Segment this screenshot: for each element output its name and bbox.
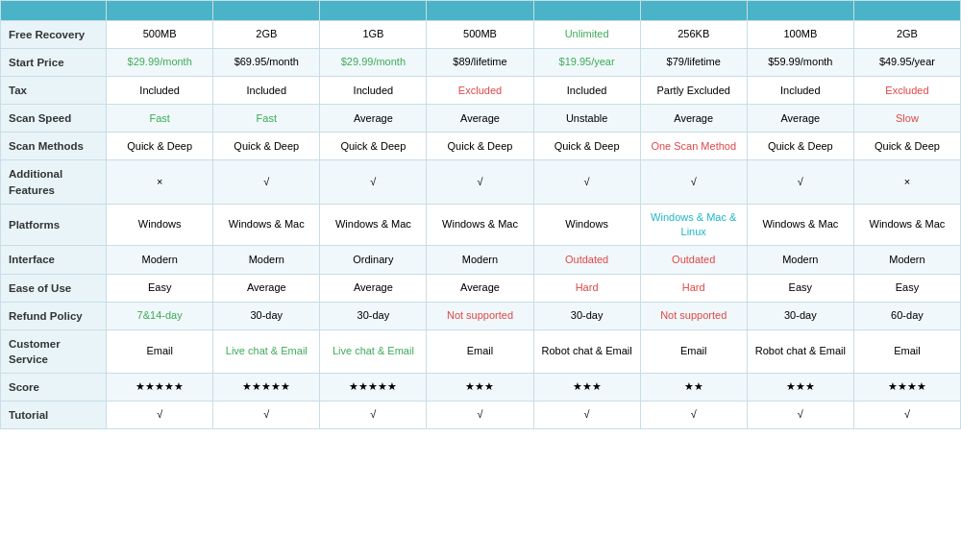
header-rstudio [640,1,747,21]
table-cell: Quick & Deep [427,133,533,160]
header-row [1,1,961,21]
table-cell: Unstable [533,105,640,133]
table-cell: √ [320,160,427,204]
table-cell: √ [747,160,853,204]
table-cell: $59.99/month [747,49,853,77]
table-cell: Windows & Mac [213,204,320,246]
table-cell: Excluded [853,77,960,105]
table-row: TaxIncludedIncludedIncludedExcludedInclu… [1,77,961,105]
table-cell: Windows & Mac [853,204,960,246]
table-cell: Robot chat & Email [747,329,853,373]
table-cell: ★★★★★ [213,373,320,401]
table-cell: Hard [533,274,640,302]
table-cell: Modern [427,246,533,274]
table-row: Tutorial√√√√√√√√ [1,402,961,429]
table-row: PlatformsWindowsWindows & MacWindows & M… [1,204,961,246]
table-cell: Quick & Deep [320,133,427,160]
table-cell: Slow [853,105,960,133]
row-label: Interface [1,246,107,274]
header-stellar [320,1,427,21]
table-cell: $69.95/month [213,49,320,77]
table-cell: √ [427,402,533,429]
header-label-col [1,1,107,21]
table-cell: Outdated [640,246,747,274]
row-label: Refund Policy [1,302,107,329]
table-cell: 1GB [320,21,427,49]
row-label: Platforms [1,204,107,246]
table-cell: √ [533,402,640,429]
table-cell: √ [320,402,427,429]
table-cell: Fast [107,105,213,133]
table-cell: ★★★★ [853,373,960,401]
table-cell: Quick & Deep [107,133,213,160]
table-cell: √ [107,402,213,429]
table-row: Ease of UseEasyAverageAverageAverageHard… [1,274,961,302]
table-cell: One Scan Method [640,133,747,160]
row-label: Tutorial [1,402,107,429]
table-cell: Average [320,105,427,133]
table-cell: 30-day [213,302,320,329]
table-cell: Windows [533,204,640,246]
table-cell: $79/lifetime [640,49,747,77]
header-ibeesoft [853,1,960,21]
table-cell: Included [107,77,213,105]
table-cell: Average [640,105,747,133]
table-cell: Windows & Mac [427,204,533,246]
table-row: Free Recovery500MB2GB1GB500MBUnlimited25… [1,21,961,49]
table-cell: 60-day [853,302,960,329]
comparison-table-container: Free Recovery500MB2GB1GB500MBUnlimited25… [0,0,961,429]
table-row: Refund Policy7&14-day30-day30-dayNot sup… [1,302,961,329]
header-workintool [107,1,213,21]
table-cell: $49.95/year [853,49,960,77]
row-label: Score [1,373,107,401]
table-cell: Excluded [427,77,533,105]
table-cell: Not supported [640,302,747,329]
table-cell: Partly Excluded [640,77,747,105]
table-cell: Easy [107,274,213,302]
table-cell: ★★★★★ [107,373,213,401]
table-cell: √ [747,402,853,429]
table-row: Start Price$29.99/month$69.95/month$29.9… [1,49,961,77]
table-cell: $89/lifetime [427,49,533,77]
table-cell: Modern [747,246,853,274]
table-cell: √ [533,160,640,204]
table-cell: Live chat & Email [213,329,320,373]
table-cell: Included [320,77,427,105]
table-cell: Email [853,329,960,373]
table-cell: Modern [213,246,320,274]
row-label: Ease of Use [1,274,107,302]
table-cell: Quick & Deep [747,133,853,160]
table-cell: √ [213,160,320,204]
table-cell: Ordinary [320,246,427,274]
table-cell: Outdated [533,246,640,274]
table-cell: Email [640,329,747,373]
table-cell: Easy [853,274,960,302]
table-cell: ★★★★★ [320,373,427,401]
table-cell: 100MB [747,21,853,49]
comparison-table: Free Recovery500MB2GB1GB500MBUnlimited25… [0,0,961,429]
table-cell: Windows & Mac & Linux [640,204,747,246]
table-cell: Windows & Mac [320,204,427,246]
table-cell: Average [427,105,533,133]
row-label: Tax [1,77,107,105]
table-cell: ★★ [640,373,747,401]
row-label: Start Price [1,49,107,77]
table-cell: Included [213,77,320,105]
header-easeus [213,1,320,21]
table-cell: 30-day [533,302,640,329]
table-cell: √ [427,160,533,204]
table-row: Additional Features×√√√√√√× [1,160,961,204]
header-diskdrill [427,1,533,21]
table-cell: Not supported [427,302,533,329]
row-label: Free Recovery [1,21,107,49]
table-row: InterfaceModernModernOrdinaryModernOutda… [1,246,961,274]
table-cell: Quick & Deep [853,133,960,160]
table-cell: Average [320,274,427,302]
table-cell: √ [853,402,960,429]
table-cell: 7&14-day [107,302,213,329]
table-cell: 2GB [213,21,320,49]
row-label: Scan Speed [1,105,107,133]
table-cell: $19.95/year [533,49,640,77]
table-cell: $29.99/month [107,49,213,77]
table-cell: Modern [107,246,213,274]
